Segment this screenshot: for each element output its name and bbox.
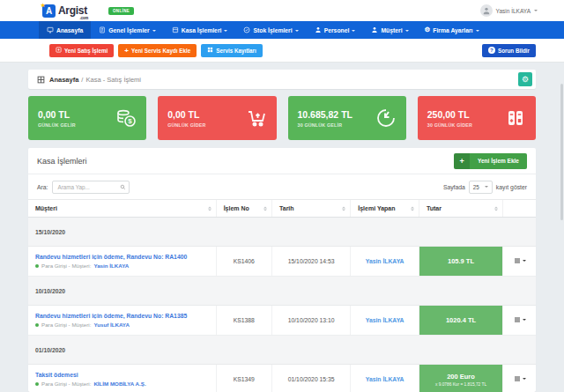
customer-link[interactable]: Yusuf İLKAYA (93, 322, 129, 328)
customer-link[interactable]: Yasin İLKAYA (93, 263, 129, 269)
breadcrumb-home[interactable]: Anasayfa (49, 76, 78, 84)
column-label: Tarih (279, 205, 294, 211)
transaction-date: 15/10/2020 14:53 (271, 247, 350, 277)
performed-by-link[interactable]: Yasin İLKAYA (366, 258, 404, 264)
transaction-type: Para Girişi - Müşteri: (41, 381, 91, 387)
top-header: ★ A Argist .com ONLİNE Yasin İLKAYA (0, 0, 564, 21)
new-service-record-button[interactable]: + Yeni Servis Kaydı Ekle (118, 44, 197, 57)
stat-cards: 0,00 TL GÜNLÜK GELİR $ 0,00 TL GÜNLÜK Gİ… (28, 96, 536, 140)
nav-item-personel[interactable]: Personel (307, 21, 364, 39)
logo-letter: A (46, 6, 52, 16)
stat-value: 0,00 TL (167, 109, 205, 120)
svg-text:$: $ (129, 117, 133, 125)
breadcrumb: Anasayfa / Kasa - Satış İşlemi ⚙ (28, 70, 536, 89)
scrollbar-thumb[interactable] (560, 84, 563, 220)
panel-title: Kasa İşlemleri (37, 157, 87, 166)
stat-label: 30 GÜNLÜK GELİR (298, 122, 352, 128)
user-menu[interactable]: Yasin İLKAYA (480, 4, 538, 17)
transaction-link[interactable]: Randevu hizmetleri için ödeme, Randevu N… (35, 313, 209, 319)
cart-icon (246, 107, 267, 129)
gear-icon: ⚙ (425, 26, 431, 33)
person-icon (371, 26, 378, 33)
brand-name[interactable]: Argist .com (58, 4, 87, 17)
row-actions-menu-button[interactable] (514, 257, 526, 264)
table-row: Taksit ödemesi Para Girişi - Müşteri: Kİ… (28, 365, 536, 392)
performed-by-link[interactable]: Yasin İLKAYA (366, 317, 404, 323)
chevron-down-icon (152, 30, 156, 33)
transaction-no: KS1406 (216, 247, 271, 277)
search-input[interactable] (52, 181, 130, 194)
quick-actions-toolbar: Yeni Satış İşlemi + Yeni Servis Kaydı Ek… (0, 39, 564, 63)
cash-register-icon (172, 26, 179, 33)
column-header-islemi-yapan[interactable]: İşlemi Yapan (351, 200, 419, 218)
row-actions-menu-button[interactable] (514, 316, 526, 323)
group-date: 15/10/2020 (28, 218, 536, 247)
customer-link[interactable]: KİLİM MOBİLYA A.Ş. (93, 381, 145, 387)
nav-item-kasa-islemleri[interactable]: Kasa İşlemleri (164, 21, 236, 39)
sort-icon (411, 204, 414, 212)
stat-daily-income: 0,00 TL GÜNLÜK GELİR $ (28, 96, 146, 140)
new-service-record-label: Yeni Servis Kaydı Ekle (131, 48, 190, 54)
column-label: Müşteri (35, 205, 57, 211)
nav-item-musteri[interactable]: Müşteri (363, 21, 416, 39)
new-sale-button[interactable]: Yeni Satış İşlemi (49, 44, 114, 57)
column-header-tutar[interactable]: Tutar (419, 200, 503, 218)
page-content: Anasayfa / Kasa - Satış İşlemi ⚙ 0,00 TL… (28, 70, 536, 392)
calculator-icon (505, 107, 526, 129)
column-header-actions (503, 200, 536, 218)
service-records-button[interactable]: Servis Kayıtları (201, 44, 263, 57)
column-header-musteri[interactable]: Müşteri (28, 200, 216, 218)
user-name: Yasin İLKAYA (496, 8, 531, 14)
sort-icon (494, 204, 498, 212)
kasa-islemleri-panel: Kasa İşlemleri + Yeni İşlem Ekle Ara: Sa… (28, 148, 536, 392)
amount-conversion: x 9.0786 Kur = 1.815,72 TL (435, 382, 486, 387)
column-label: İşlem No (224, 205, 249, 211)
search-label: Ara: (37, 184, 48, 190)
brand-tld: .com (80, 16, 88, 20)
brand-logo[interactable]: ★ A (42, 4, 56, 18)
chevron-down-icon (523, 378, 526, 381)
column-label: Tutar (427, 205, 442, 211)
report-issue-button[interactable]: ? Sorun Bildir (482, 44, 536, 57)
page-settings-button[interactable]: ⚙ (518, 72, 532, 86)
date-group-row: 10/10/2020 (28, 277, 536, 306)
transaction-no: KS1349 (216, 365, 271, 392)
user-avatar-icon (480, 4, 493, 17)
stock-sync-icon (243, 26, 250, 33)
chevron-down-icon (534, 10, 538, 13)
online-status-badge: ONLİNE (108, 7, 134, 15)
column-header-islem-no[interactable]: İşlem No (216, 200, 271, 218)
page-size-suffix: kayıt göster (496, 184, 527, 190)
chevron-down-icon (523, 319, 526, 322)
transaction-link[interactable]: Randevu hizmetleri için ödeme, Randevu N… (35, 254, 209, 260)
column-header-tarih[interactable]: Tarih (271, 200, 350, 218)
table-row: Randevu hizmetleri için ödeme, Randevu N… (28, 247, 536, 277)
add-transaction-button[interactable]: + Yeni İşlem Ekle (454, 153, 527, 169)
report-issue-label: Sorun Bildir (498, 48, 530, 54)
nav-label: Firma Ayarları (433, 27, 472, 33)
row-actions-menu-button[interactable] (514, 375, 526, 382)
sort-icon (342, 204, 345, 212)
amount-badge: 1020.4 TL (419, 306, 502, 335)
person-icon (315, 26, 322, 33)
page-size-select[interactable]: 25 (469, 181, 493, 194)
column-label: İşlemi Yapan (358, 205, 395, 211)
money-in-dot-icon (35, 382, 39, 386)
transaction-type: Para Girişi - Müşteri: (41, 322, 91, 328)
service-records-label: Servis Kayıtları (216, 48, 256, 54)
transaction-link[interactable]: Taksit ödemesi (35, 372, 209, 378)
sort-icon (263, 204, 267, 212)
nav-item-anasayfa[interactable]: Anasayfa (39, 21, 91, 39)
nav-item-stok-islemleri[interactable]: Stok İşlemleri (235, 21, 306, 39)
performed-by-link[interactable]: Yasin İLKAYA (366, 376, 404, 382)
transactions-table: Müşteri İşlem No Tarih İşlemi Yapan (28, 199, 536, 392)
nav-item-genel-islemler[interactable]: Genel İşlemler (91, 21, 163, 39)
chevron-down-icon (405, 30, 409, 33)
new-sale-label: Yeni Satış İşlemi (64, 48, 108, 54)
page-size-prefix: Sayfada (443, 184, 465, 190)
stat-30day-income: 10.685,82 TL 30 GÜNLÜK GELİR (288, 96, 406, 140)
nav-item-firma-ayarlari[interactable]: ⚙ Firma Ayarları (417, 21, 487, 39)
nav-label: Personel (324, 27, 350, 33)
amount-value: 200 Euro (447, 373, 475, 381)
chevron-down-icon (523, 260, 526, 263)
